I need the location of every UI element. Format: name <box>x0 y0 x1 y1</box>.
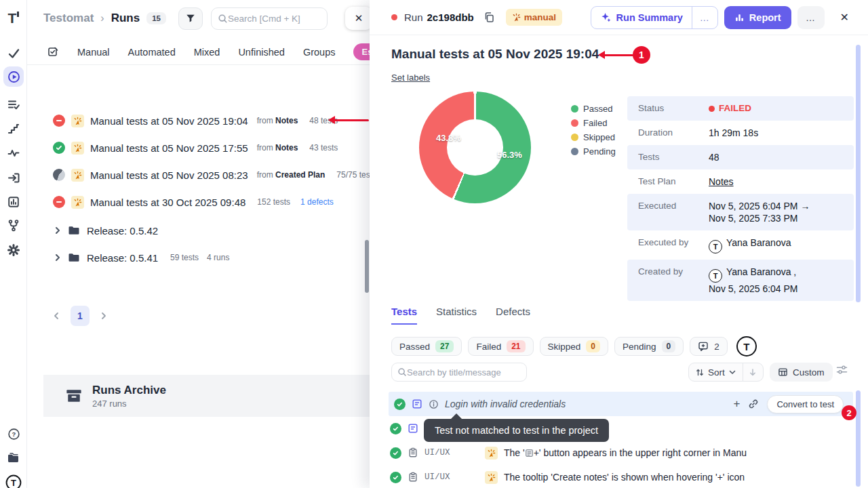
sort-direction-button[interactable] <box>743 363 763 381</box>
clipboard-icon <box>408 447 418 458</box>
test-row[interactable]: Login with invalid credentials + Convert… <box>389 392 853 416</box>
list-search-input[interactable] <box>228 14 316 24</box>
executed-value: Nov 5, 2025 6:04 PM →Nov 5, 2025 7:33 PM <box>709 200 810 224</box>
user-avatar: T <box>709 269 722 283</box>
filter-button[interactable] <box>178 7 203 30</box>
tab-tests[interactable]: Tests <box>391 306 417 325</box>
run-title[interactable]: Manual tests at 05 Nov 2025 17:55 <box>90 142 248 154</box>
list-check-icon[interactable] <box>0 96 27 113</box>
page-number[interactable]: 1 <box>71 306 90 326</box>
status-partial-icon <box>53 169 65 181</box>
user-avatar-icon[interactable]: T <box>0 474 27 488</box>
run-tests-count: 152 tests <box>257 197 290 207</box>
note-icon <box>408 423 418 434</box>
detail-scrollbar-bottom[interactable] <box>856 390 861 487</box>
tests-search-box[interactable] <box>391 363 527 382</box>
runs-archive-banner[interactable]: Runs Archive 247 runs <box>43 375 370 417</box>
chip-passed[interactable]: Passed27 <box>391 337 462 356</box>
more-actions-button[interactable]: … <box>797 6 825 29</box>
steps-icon[interactable] <box>0 121 27 137</box>
legend-passed[interactable]: Passed <box>571 102 616 116</box>
custom-view-button[interactable]: Custom <box>770 363 833 382</box>
set-labels-link[interactable]: Set labels <box>391 73 430 83</box>
detail-scrollbar-top[interactable] <box>856 45 861 302</box>
tab-unfinished[interactable]: Unfinished <box>238 47 285 58</box>
chip-failed[interactable]: Failed21 <box>468 337 533 356</box>
select-runs-icon[interactable] <box>47 46 59 58</box>
run-detail-title: Manual tests at 05 Nov 2025 19:04 <box>391 47 599 62</box>
tab-manual[interactable]: Manual <box>77 47 110 58</box>
note-emoji-icon <box>525 449 534 458</box>
test-plan-link[interactable]: Notes <box>709 176 734 188</box>
run-id: 2c198dbb <box>427 12 474 23</box>
next-page-icon[interactable] <box>100 312 107 320</box>
run-defects-link[interactable]: 1 defects <box>300 197 334 207</box>
test-row[interactable]: UI/UX The tooltip 'Create notes' is show… <box>370 465 868 488</box>
run-title[interactable]: Manual tests at 05 Nov 2025 19:04 <box>90 115 248 127</box>
test-title[interactable]: Login with invalid credentials <box>445 399 566 409</box>
test-row-actions: + Convert to test <box>734 395 853 413</box>
chevron-right-icon[interactable] <box>54 253 61 262</box>
import-icon[interactable] <box>0 169 27 186</box>
convert-to-test-button[interactable]: Convert to test <box>767 395 844 413</box>
tab-mixed[interactable]: Mixed <box>194 47 220 58</box>
test-title[interactable]: The tooltip 'Create notes' is shown when… <box>504 472 745 483</box>
chevron-down-icon <box>729 370 736 375</box>
run-title[interactable]: Manual tests at 05 Nov 2025 08:23 <box>90 169 248 181</box>
chevron-right-icon[interactable] <box>54 226 61 235</box>
folder-name[interactable]: Release: 0.5.42 <box>87 225 158 237</box>
folders-icon[interactable] <box>0 450 27 466</box>
folder-name[interactable]: Release: 0.5.41 <box>87 252 158 264</box>
link-icon[interactable] <box>748 399 759 409</box>
breadcrumb-app[interactable]: Testomat <box>43 12 94 25</box>
chip-pending[interactable]: Pending0 <box>614 337 684 356</box>
tab-estimate-badge[interactable]: Estim <box>353 43 370 60</box>
release-folder-row[interactable]: Release: 0.5.41 59 tests 4 runs <box>27 245 370 270</box>
list-scrollbar[interactable] <box>365 240 369 293</box>
list-search-box[interactable] <box>211 7 328 30</box>
chart-box-icon[interactable] <box>0 194 27 210</box>
display-settings-icon[interactable] <box>836 365 848 375</box>
pulse-icon[interactable] <box>0 145 27 161</box>
legend-skipped[interactable]: Skipped <box>571 130 616 144</box>
sort-arrows-icon <box>696 368 704 377</box>
status-failed-icon <box>53 196 65 208</box>
run-summary-more-button[interactable]: … <box>692 7 717 28</box>
panel-close-button[interactable]: ✕ <box>345 7 370 30</box>
detail-close-button[interactable]: ✕ <box>836 8 853 26</box>
branch-icon[interactable] <box>0 217 27 235</box>
chip-comments[interactable]: 2 <box>690 337 728 356</box>
test-title[interactable]: The '+' button appears in the upper righ… <box>504 447 747 458</box>
tester-avatar[interactable]: T <box>736 336 757 357</box>
release-folder-row[interactable]: Release: 0.5.42 <box>27 218 370 243</box>
run-row[interactable]: Manual tests at 05 Nov 2025 19:04 from N… <box>27 107 370 134</box>
report-button[interactable]: Report <box>724 6 791 29</box>
sort-button[interactable]: Sort <box>689 363 743 381</box>
tests-search-input[interactable] <box>407 367 519 378</box>
run-row[interactable]: Manual tests at 05 Nov 2025 08:23 from C… <box>27 161 370 188</box>
run-summary-button[interactable]: Run Summary <box>591 7 692 28</box>
legend-failed[interactable]: Failed <box>571 116 616 130</box>
check-icon[interactable] <box>0 45 27 61</box>
copy-run-id-button[interactable] <box>484 12 495 23</box>
tab-groups[interactable]: Groups <box>303 47 336 58</box>
tab-statistics[interactable]: Statistics <box>436 306 477 325</box>
help-icon[interactable]: ? <box>0 426 27 442</box>
run-title[interactable]: Manual tests at 30 Oct 2025 09:48 <box>90 197 245 208</box>
runs-play-circle-icon[interactable] <box>3 66 24 87</box>
chip-skipped[interactable]: Skipped0 <box>540 337 608 356</box>
executed-by-value: TYana Baranova <box>709 237 791 253</box>
add-icon[interactable]: + <box>734 397 741 411</box>
legend-pending[interactable]: Pending <box>571 144 616 159</box>
tab-automated[interactable]: Automated <box>128 47 176 58</box>
tab-defects[interactable]: Defects <box>496 306 530 325</box>
prev-page-icon[interactable] <box>53 312 60 320</box>
info-row-plan: Test Plan Notes <box>627 169 854 194</box>
gear-icon[interactable] <box>0 241 27 259</box>
run-row[interactable]: Manual tests at 05 Nov 2025 17:55 from N… <box>27 134 370 161</box>
breadcrumb-section[interactable]: Runs <box>111 12 140 25</box>
run-row[interactable]: Manual tests at 30 Oct 2025 09:48 152 te… <box>27 188 370 216</box>
tooltip: Test not matched to test in the project <box>424 419 609 442</box>
testomat-logo-icon[interactable]: T <box>0 8 27 28</box>
test-row[interactable]: UI/UX The '+' button appears in the uppe… <box>370 441 868 465</box>
